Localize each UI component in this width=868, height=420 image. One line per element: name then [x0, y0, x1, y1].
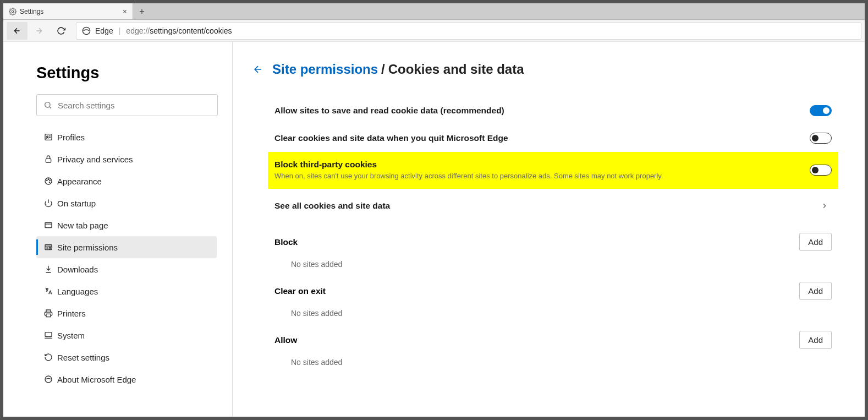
svg-point-7: [47, 180, 47, 181]
label-see-all-cookies: See all cookies and site data: [274, 201, 810, 211]
close-icon[interactable]: ×: [123, 7, 127, 16]
svg-rect-15: [45, 332, 52, 337]
section-block: Block Add No sites added: [274, 233, 832, 269]
breadcrumb-slash: /: [381, 62, 385, 77]
sidebar-item-printers[interactable]: Printers: [36, 302, 217, 324]
svg-rect-3: [45, 134, 52, 140]
row-clear-on-quit: Clear cookies and site data when you qui…: [274, 124, 832, 152]
address-prefix: edge://: [126, 26, 150, 35]
sidebar-item-languages[interactable]: Languages: [36, 280, 217, 302]
sidebar-item-label: On startup: [57, 199, 96, 208]
sidebar-item-label: Privacy and services: [57, 155, 133, 164]
label-clear-on-quit: Clear cookies and site data when you qui…: [274, 133, 799, 143]
edge-logo-icon: [82, 26, 91, 35]
browser-toolbar: Edge | edge://settings/content/cookies: [3, 20, 865, 42]
row-block-third-party: Block third-party cookies When on, sites…: [274, 160, 832, 180]
svg-rect-11: [45, 222, 52, 227]
sidebar-item-downloads[interactable]: Downloads: [36, 258, 217, 280]
address-site: Edge: [95, 26, 113, 35]
section-title-allow: Allow: [274, 335, 297, 345]
empty-block: No sites added: [274, 251, 832, 269]
highlighted-section: Block third-party cookies When on, sites…: [268, 152, 838, 189]
sidebar-item-label: Downloads: [57, 265, 98, 274]
sidebar-item-profiles[interactable]: Profiles: [36, 126, 217, 148]
svg-point-0: [12, 10, 14, 13]
breadcrumb-back-button[interactable]: [252, 64, 263, 75]
sidebar-item-label: Profiles: [57, 133, 85, 142]
sidebar-item-label: Printers: [57, 309, 86, 318]
row-see-all-cookies[interactable]: See all cookies and site data: [274, 192, 832, 220]
label-block-third-party: Block third-party cookies: [274, 160, 799, 170]
sidebar-item-about[interactable]: About Microsoft Edge: [36, 368, 217, 390]
chevron-right-icon: [821, 202, 832, 210]
svg-point-13: [49, 247, 51, 249]
tab-strip: Settings × +: [3, 3, 865, 20]
download-icon: [44, 265, 57, 274]
address-path: settings/content/cookies: [150, 26, 232, 35]
sidebar-item-label: New tab page: [57, 221, 108, 230]
gear-icon: [9, 8, 17, 15]
settings-main: Site permissions / Cookies and site data…: [233, 42, 865, 417]
add-allow-button[interactable]: Add: [799, 331, 832, 349]
toggle-allow-cookies[interactable]: [810, 105, 832, 116]
svg-point-8: [48, 179, 48, 179]
sidebar-item-label: Appearance: [57, 177, 102, 186]
svg-point-4: [47, 136, 48, 138]
sidebar-item-startup[interactable]: On startup: [36, 192, 217, 214]
sidebar-item-label: Site permissions: [57, 243, 118, 252]
settings-sidebar: Settings Profiles Privacy and services A…: [3, 42, 233, 417]
sidebar-item-newtab[interactable]: New tab page: [36, 214, 217, 236]
sidebar-item-label: About Microsoft Edge: [57, 375, 136, 384]
profile-icon: [44, 133, 57, 141]
new-tab-button[interactable]: +: [133, 3, 151, 19]
sidebar-list: Profiles Privacy and services Appearance…: [36, 126, 217, 390]
section-allow: Allow Add No sites added: [274, 331, 832, 367]
sidebar-item-label: System: [57, 331, 85, 340]
label-allow-cookies: Allow sites to save and read cookie data…: [274, 106, 799, 116]
back-button[interactable]: [7, 22, 28, 40]
svg-rect-5: [46, 159, 51, 162]
browser-tab[interactable]: Settings ×: [3, 3, 133, 19]
lock-icon: [44, 155, 57, 163]
section-title-block: Block: [274, 237, 298, 247]
section-title-clear: Clear on exit: [274, 286, 326, 296]
settings-search[interactable]: [36, 94, 218, 116]
tab-title: Settings: [20, 8, 43, 15]
svg-rect-14: [46, 314, 51, 317]
add-clear-button[interactable]: Add: [799, 282, 832, 300]
svg-point-9: [50, 180, 50, 181]
sidebar-item-reset[interactable]: Reset settings: [36, 346, 217, 368]
row-allow-cookies: Allow sites to save and read cookie data…: [274, 97, 832, 124]
palette-icon: [44, 177, 57, 186]
sidebar-item-label: Languages: [57, 287, 98, 296]
breadcrumb: Site permissions / Cookies and site data: [252, 62, 834, 77]
sidebar-item-privacy[interactable]: Privacy and services: [36, 148, 217, 170]
breadcrumb-link[interactable]: Site permissions: [272, 62, 378, 77]
toggle-clear-on-quit[interactable]: [810, 133, 832, 144]
empty-allow: No sites added: [274, 349, 832, 367]
sidebar-item-site-permissions[interactable]: Site permissions: [36, 236, 217, 258]
permissions-icon: [44, 243, 57, 252]
refresh-button[interactable]: [51, 22, 72, 40]
reset-icon: [44, 353, 57, 362]
empty-clear: No sites added: [274, 300, 832, 318]
sidebar-item-system[interactable]: System: [36, 324, 217, 346]
language-icon: [44, 287, 57, 296]
edge-icon: [44, 375, 57, 384]
toggle-block-third-party[interactable]: [810, 165, 832, 176]
power-icon: [44, 199, 57, 208]
sidebar-item-label: Reset settings: [57, 353, 109, 362]
sidebar-item-appearance[interactable]: Appearance: [36, 170, 217, 192]
search-input[interactable]: [58, 101, 211, 110]
printer-icon: [44, 309, 57, 318]
breadcrumb-current: Cookies and site data: [388, 62, 524, 77]
window-icon: [44, 221, 57, 230]
content-area: Settings Profiles Privacy and services A…: [3, 42, 865, 417]
svg-point-2: [45, 102, 50, 107]
search-icon: [43, 101, 52, 110]
forward-button: [29, 22, 50, 40]
sublabel-block-third-party: When on, sites can't use your browsing a…: [274, 172, 799, 180]
address-bar[interactable]: Edge | edge://settings/content/cookies: [76, 22, 861, 40]
svg-point-10: [49, 182, 50, 182]
add-block-button[interactable]: Add: [799, 233, 832, 251]
